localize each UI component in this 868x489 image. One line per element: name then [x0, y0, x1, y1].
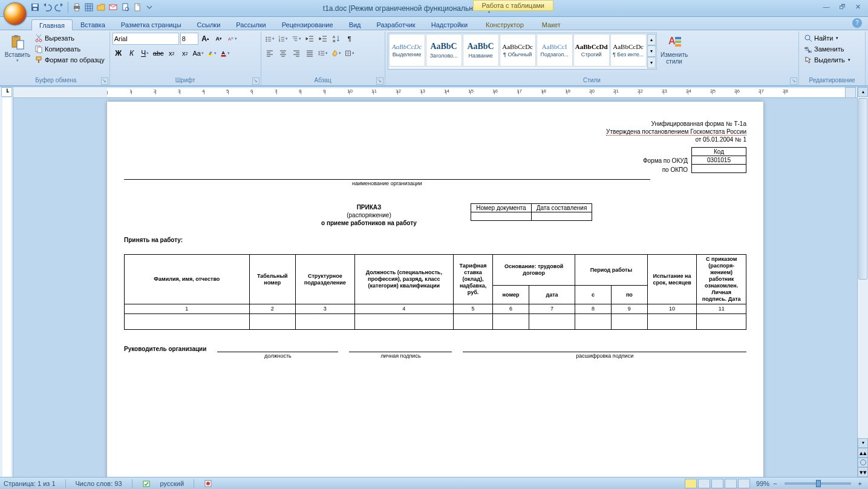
style-item[interactable]: АаВbСНазвание	[463, 34, 499, 67]
align-center-icon[interactable]	[277, 47, 289, 59]
qat-more-icon[interactable]	[145, 2, 154, 12]
gallery-more[interactable]: ▾	[647, 57, 656, 68]
tab-addins[interactable]: Надстройки	[423, 19, 475, 30]
font-size-combo[interactable]	[180, 33, 198, 45]
change-styles-button[interactable]: A Изменить стили	[659, 33, 690, 67]
status-words[interactable]: Число слов: 93	[76, 480, 122, 487]
font-color-icon[interactable]: A	[219, 47, 231, 59]
vertical-ruler[interactable]: ┗	[0, 87, 13, 477]
proofing-icon[interactable]	[142, 479, 151, 488]
open-icon[interactable]	[96, 2, 106, 12]
table-icon[interactable]	[84, 2, 94, 12]
tab-developer[interactable]: Разработчик	[369, 19, 423, 30]
new-icon[interactable]	[132, 2, 142, 12]
style-item[interactable]: AaBbCcIПодзагол...	[537, 34, 573, 67]
sort-icon[interactable]: AЯ	[330, 33, 342, 45]
change-case-icon[interactable]: Aa	[192, 47, 204, 59]
prev-page[interactable]: ▴▴	[858, 448, 868, 458]
redo-icon[interactable]	[54, 2, 64, 12]
save-icon[interactable]	[30, 2, 40, 12]
tab-table-design[interactable]: Конструктор	[478, 19, 532, 30]
replace-button[interactable]: abacЗаменить	[801, 44, 853, 54]
clear-format-icon[interactable]: A	[226, 33, 238, 45]
undo-icon[interactable]	[42, 2, 52, 12]
tab-references[interactable]: Ссылки	[189, 19, 229, 30]
gallery-up[interactable]: ▴	[647, 34, 656, 45]
email-icon[interactable]	[108, 2, 118, 12]
scroll-down[interactable]: ▾	[858, 438, 868, 448]
scroll-up[interactable]: ▴	[858, 87, 868, 97]
subscript-icon[interactable]: x2	[166, 47, 178, 59]
tab-home[interactable]: Главная	[31, 19, 73, 30]
increase-indent-icon[interactable]	[317, 33, 329, 45]
paragraph-launcher[interactable]: ↘	[376, 77, 383, 85]
font-launcher[interactable]: ↘	[252, 77, 259, 85]
bullets-icon[interactable]	[264, 33, 276, 45]
zoom-out[interactable]: −	[771, 480, 779, 487]
borders-icon[interactable]	[344, 47, 356, 59]
decrease-indent-icon[interactable]	[304, 33, 316, 45]
style-item[interactable]: AaBbCcDc¶ Без инте...	[610, 34, 647, 67]
print-preview-icon[interactable]	[120, 2, 130, 12]
zoom-label[interactable]: 99%	[756, 480, 769, 487]
shading-icon[interactable]	[330, 47, 342, 59]
status-language[interactable]: русский	[160, 480, 184, 487]
tab-mailings[interactable]: Рассылки	[228, 19, 273, 30]
underline-icon[interactable]: Ч	[139, 47, 151, 59]
gallery-down[interactable]: ▾	[647, 45, 656, 57]
select-button[interactable]: Выделить▾	[801, 54, 853, 65]
restore-button[interactable]: 🗗	[835, 2, 849, 11]
align-left-icon[interactable]	[264, 47, 276, 59]
show-marks-icon[interactable]: ¶	[344, 33, 356, 45]
close-button[interactable]: ✕	[851, 2, 864, 11]
document-viewport[interactable]: Унифицированная форма № Т-1а Утверждена …	[13, 98, 857, 477]
multilevel-icon[interactable]	[290, 33, 302, 45]
view-full-screen[interactable]	[698, 479, 710, 488]
zoom-in[interactable]: +	[856, 480, 864, 487]
browse-object[interactable]	[858, 458, 868, 467]
cut-button[interactable]: Вырезать	[32, 33, 107, 44]
tab-review[interactable]: Рецензирование	[274, 19, 341, 30]
numbering-icon[interactable]: 123	[277, 33, 289, 45]
view-web[interactable]	[711, 479, 723, 488]
minimize-button[interactable]: —	[820, 2, 833, 11]
vertical-scrollbar[interactable]: ▴ ▾ ▴▴ ▾▾	[857, 87, 868, 477]
tab-page-layout[interactable]: Разметка страницы	[113, 19, 189, 30]
tab-view[interactable]: Вид	[341, 19, 369, 30]
find-button[interactable]: Найти▾	[801, 33, 853, 44]
toggle-ruler-button[interactable]	[845, 87, 856, 98]
tab-insert[interactable]: Вставка	[73, 19, 113, 30]
highlight-icon[interactable]	[206, 47, 218, 59]
status-page[interactable]: Страница: 1 из 1	[4, 480, 56, 487]
zoom-slider[interactable]	[785, 482, 851, 485]
macro-record-icon[interactable]	[204, 479, 212, 488]
view-draft[interactable]	[738, 479, 750, 488]
font-name-combo[interactable]	[113, 33, 179, 45]
clipboard-launcher[interactable]: ↘	[101, 77, 108, 85]
quick-print-icon[interactable]	[72, 2, 82, 12]
view-print-layout[interactable]	[685, 479, 697, 488]
bold-icon[interactable]: Ж	[113, 47, 125, 59]
scroll-thumb[interactable]	[858, 98, 867, 280]
strike-icon[interactable]: abc	[152, 47, 165, 59]
superscript-icon[interactable]: x2	[179, 47, 191, 59]
style-item[interactable]: AaBbCcDc¶ Обычный	[500, 34, 536, 67]
shrink-font-icon[interactable]: A▾	[213, 33, 225, 45]
tab-table-layout[interactable]: Макет	[534, 19, 569, 30]
italic-icon[interactable]: К	[126, 47, 138, 59]
style-item[interactable]: АаВbСЗаголово...	[426, 34, 462, 67]
copy-button[interactable]: Копировать	[32, 44, 107, 54]
paste-button[interactable]: Вставить ▾	[5, 33, 30, 65]
align-right-icon[interactable]	[290, 47, 302, 59]
styles-launcher[interactable]: ↘	[790, 77, 797, 85]
next-page[interactable]: ▾▾	[858, 467, 868, 477]
style-item[interactable]: AaBbCcDcВыделение	[389, 34, 425, 67]
view-outline[interactable]	[725, 479, 737, 488]
office-button[interactable]	[4, 2, 27, 25]
justify-icon[interactable]	[304, 47, 316, 59]
help-button[interactable]: ?	[852, 18, 862, 28]
page[interactable]: Унифицированная форма № Т-1а Утверждена …	[107, 102, 763, 477]
style-item[interactable]: AaBbCcDdСтрогий	[573, 34, 610, 67]
format-painter-button[interactable]: Формат по образцу	[32, 54, 107, 65]
line-spacing-icon[interactable]	[317, 47, 329, 59]
